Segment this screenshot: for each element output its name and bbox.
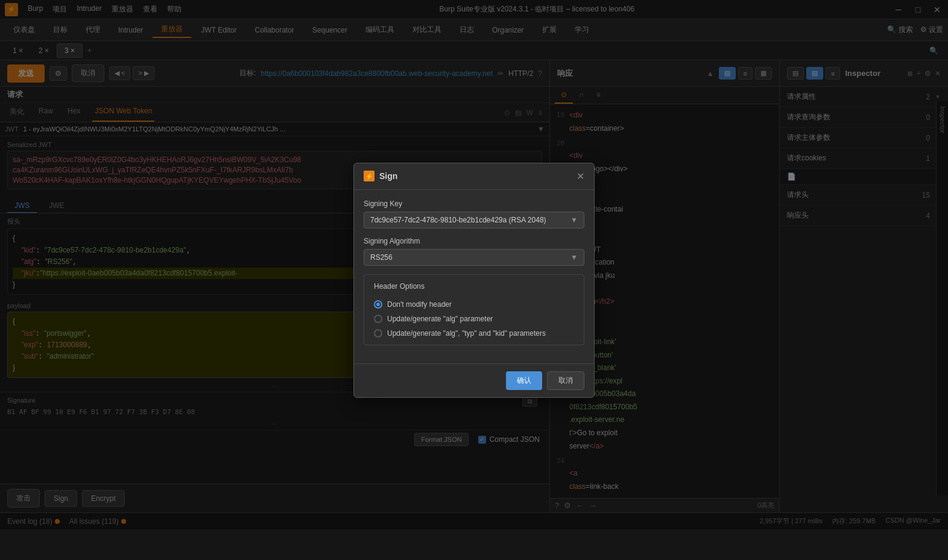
radio-update-alg-label: Update/generate "alg" parameter [387,315,493,323]
modal-title: Sign [379,171,572,181]
modal-body: Signing Key 7dc9ce57-7dc2-478c-9810-be2b… [354,190,594,363]
modal-header: ⚡ Sign ✕ [354,163,594,190]
signing-key-dropdown-icon: ▼ [570,216,578,224]
signing-algorithm-dropdown-icon: ▼ [570,253,578,262]
modal-logo: ⚡ [364,171,374,181]
modal-footer: 确认 取消 [354,363,594,397]
radio-dont-modify-circle [374,300,382,309]
modal-close-button[interactable]: ✕ [577,171,584,182]
radio-update-alg-circle [374,315,382,323]
modal-overlay[interactable]: ⚡ Sign ✕ Signing Key 7dc9ce57-7dc2-478c-… [0,0,948,560]
radio-update-alg[interactable]: Update/generate "alg" parameter [374,315,574,323]
signing-algorithm-section: Signing Algorithm RS256 ▼ [364,237,584,266]
signing-key-section: Signing Key 7dc9ce57-7dc2-478c-9810-be2b… [364,200,584,228]
radio-dont-modify-label: Don't modify header [387,300,452,309]
header-options-section: Header Options Don't modify header Updat… [364,274,584,345]
modal-confirm-button[interactable]: 确认 [506,371,542,390]
signing-key-value: 7dc9ce57-7dc2-478c-9810-be2b1cde429a (RS… [370,216,546,224]
signing-key-label: Signing Key [364,200,584,208]
header-options-title: Header Options [374,282,574,291]
sign-modal: ⚡ Sign ✕ Signing Key 7dc9ce57-7dc2-478c-… [353,163,595,398]
modal-cancel-button[interactable]: 取消 [547,371,584,390]
signing-key-select[interactable]: 7dc9ce57-7dc2-478c-9810-be2b1cde429a (RS… [364,212,584,228]
header-options-group: Header Options Don't modify header Updat… [364,274,584,345]
signing-algorithm-value: RS256 [370,253,393,262]
radio-update-all-label: Update/generate "alg", "typ" and "kid" p… [387,329,546,338]
radio-update-all-circle [374,329,382,338]
radio-dont-modify[interactable]: Don't modify header [374,300,574,309]
radio-update-all[interactable]: Update/generate "alg", "typ" and "kid" p… [374,329,574,338]
signing-algorithm-label: Signing Algorithm [364,237,584,245]
signing-algorithm-select[interactable]: RS256 ▼ [364,249,584,266]
